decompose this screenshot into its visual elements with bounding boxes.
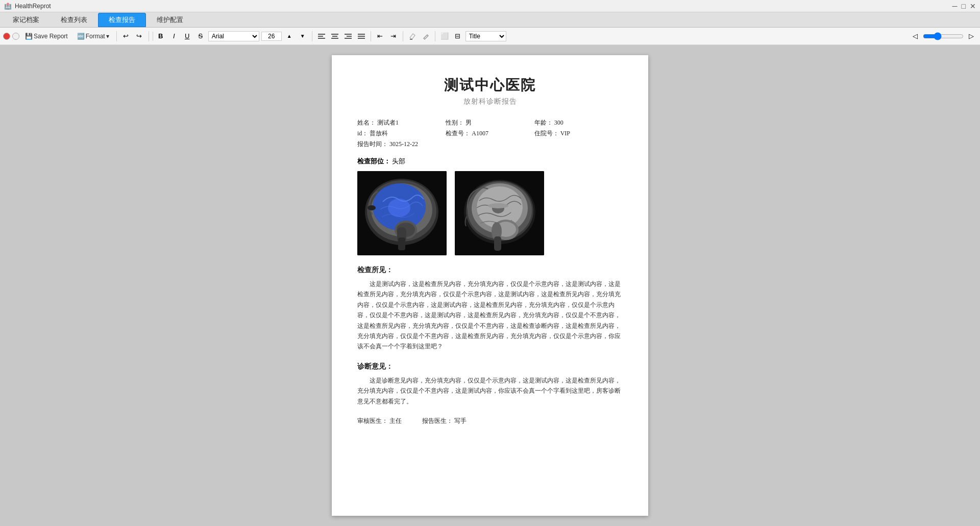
sep5 — [403, 31, 403, 41]
patient-admission-col: 住院号： VIP — [534, 129, 623, 138]
svg-point-31 — [488, 203, 508, 208]
diagnosis-section: 诊断意见： 这是诊断意见内容，充分填充内容，仅仅是个示意内容，这是测试内容，这是… — [357, 362, 623, 407]
report-time-label: 报告时间： — [357, 140, 388, 148]
tab-list[interactable]: 检查列表 — [50, 13, 98, 27]
zoom-in-button[interactable]: ▷ — [966, 31, 977, 42]
brain-image-1 — [357, 171, 447, 255]
indent-more-button[interactable]: ⇥ — [388, 31, 399, 42]
report-time-col: 报告时间： 3025-12-22 — [357, 140, 623, 149]
document-page: 测试中心医院 放射科诊断报告 姓名： 测试者1 性别： 男 年龄： 300 — [332, 55, 648, 516]
exam-no-label: 检查号： — [446, 130, 470, 137]
font-size-input[interactable] — [261, 32, 282, 41]
bold-button[interactable]: B — [155, 31, 166, 42]
findings-section: 检查所见： 这是测试内容，这是检查所见内容，充分填充内容，仅仅是个示意内容，这是… — [357, 266, 623, 352]
highlight-button[interactable] — [407, 31, 418, 42]
svg-rect-0 — [318, 34, 325, 35]
italic-label: I — [173, 32, 175, 40]
patient-examno-col: 检查号： A1007 — [446, 129, 534, 138]
title-bar: 🏥 HealthReprot ─ □ ✕ — [0, 0, 980, 12]
underline-button[interactable]: U — [182, 31, 193, 42]
font-size-up[interactable]: ▲ — [284, 31, 295, 42]
close-button[interactable]: ✕ — [970, 2, 976, 10]
admission-label: 住院号： — [534, 130, 559, 137]
age-value: 300 — [554, 119, 564, 126]
save-icon: 💾 — [25, 33, 33, 40]
redo-button[interactable]: ↪ — [134, 31, 145, 42]
indent-less-button[interactable]: ⇤ — [375, 31, 386, 42]
brain-scan-svg-2 — [455, 171, 544, 255]
report-type: 放射科诊断报告 — [357, 97, 623, 106]
svg-rect-5 — [331, 38, 338, 39]
findings-text: 这是测试内容，这是检查所见内容，充分填充内容，仅仅是个示意内容，这是测试内容，这… — [357, 279, 623, 352]
svg-point-18 — [388, 199, 410, 217]
svg-rect-2 — [318, 38, 325, 39]
diagnosis-text: 这是诊断意见内容，充分填充内容，仅仅是个示意内容，这是测试内容，这是检查所见内容… — [357, 375, 623, 407]
toolbar: 💾 Save Report 🔤 Format ▾ ↩ ↪ B I U S Ari… — [0, 28, 980, 45]
pen-button[interactable] — [420, 31, 431, 42]
brain-scan-svg-1 — [357, 171, 447, 255]
maximize-button[interactable]: □ — [962, 2, 966, 10]
title-bar-left: 🏥 HealthReprot — [4, 3, 51, 10]
insert2-button[interactable]: ⊟ — [452, 31, 463, 42]
id-value: 普放科 — [370, 130, 388, 137]
app-icon: 🏥 — [4, 3, 12, 10]
patient-id-col: id： 普放科 — [357, 129, 446, 138]
gender-label: 性别： — [446, 119, 464, 126]
tab-records[interactable]: 家记档案 — [2, 13, 50, 27]
zoom-area: ◁ ▷ — [910, 31, 977, 42]
svg-rect-6 — [345, 34, 352, 35]
patient-gender-col: 性别： 男 — [446, 118, 534, 127]
hospital-name: 测试中心医院 — [357, 76, 623, 95]
italic-button[interactable]: I — [168, 31, 180, 42]
patient-row-3: 报告时间： 3025-12-22 — [357, 140, 623, 149]
insert-button[interactable]: ⬜ — [439, 31, 450, 42]
format-label: Format — [86, 33, 105, 40]
id-label: id： — [357, 130, 368, 137]
svg-rect-35 — [494, 236, 501, 251]
align-right-button[interactable] — [342, 31, 354, 42]
admission-value: VIP — [560, 130, 570, 137]
minimize-button[interactable]: ─ — [952, 2, 958, 10]
undo-button[interactable]: ↩ — [120, 31, 132, 42]
style-select[interactable]: Title Heading 1 Normal — [465, 31, 506, 41]
save-report-button[interactable]: 💾 Save Report — [21, 31, 71, 41]
exam-value: 头部 — [392, 157, 405, 165]
color-dot-white[interactable] — [12, 33, 19, 40]
review-doctor: 审核医生： 主任 — [357, 417, 402, 425]
exam-no-value: A1007 — [472, 130, 488, 137]
patient-row-2: id： 普放科 检查号： A1007 住院号： VIP — [357, 129, 623, 138]
svg-rect-9 — [358, 34, 365, 35]
align-center-button[interactable] — [329, 31, 340, 42]
color-dot-red[interactable] — [3, 33, 10, 40]
align-left-button[interactable] — [316, 31, 327, 42]
zoom-slider[interactable] — [923, 32, 964, 40]
sep2 — [149, 31, 149, 41]
title-bar-controls: ─ □ ✕ — [952, 2, 976, 10]
zoom-out-button[interactable]: ◁ — [910, 31, 921, 42]
patient-name-col: 姓名： 测试者1 — [357, 118, 446, 127]
gender-value: 男 — [465, 119, 472, 126]
font-size-down[interactable]: ▼ — [297, 31, 308, 42]
signature-row: 审核医生： 主任 报告医生： 写手 — [357, 417, 623, 425]
svg-rect-3 — [331, 34, 338, 35]
exam-label: 检查部位： — [357, 157, 390, 165]
svg-rect-22 — [398, 237, 405, 250]
sep1 — [116, 31, 117, 41]
svg-rect-8 — [345, 38, 352, 39]
underline-label: U — [185, 32, 189, 40]
strikethrough-button[interactable]: S — [195, 31, 206, 42]
exam-section: 检查部位： 头部 — [357, 157, 623, 166]
format-icon: 🔤 — [77, 33, 85, 40]
align-justify-button[interactable] — [356, 31, 367, 42]
sep4 — [371, 31, 371, 41]
svg-point-23 — [368, 205, 376, 210]
format-button[interactable]: 🔤 Format ▾ — [74, 31, 113, 41]
images-row — [357, 171, 623, 255]
report-doctor-value: 写手 — [454, 417, 467, 424]
tab-maintenance[interactable]: 维护配置 — [146, 13, 194, 27]
tab-report[interactable]: 检查报告 — [98, 13, 146, 27]
font-name-select[interactable]: Arial Times New Roman SimSun — [208, 31, 259, 41]
svg-rect-11 — [358, 38, 365, 39]
tab-bar: 家记档案 检查列表 检查报告 维护配置 — [0, 12, 980, 28]
format-dropdown-icon: ▾ — [106, 33, 109, 40]
